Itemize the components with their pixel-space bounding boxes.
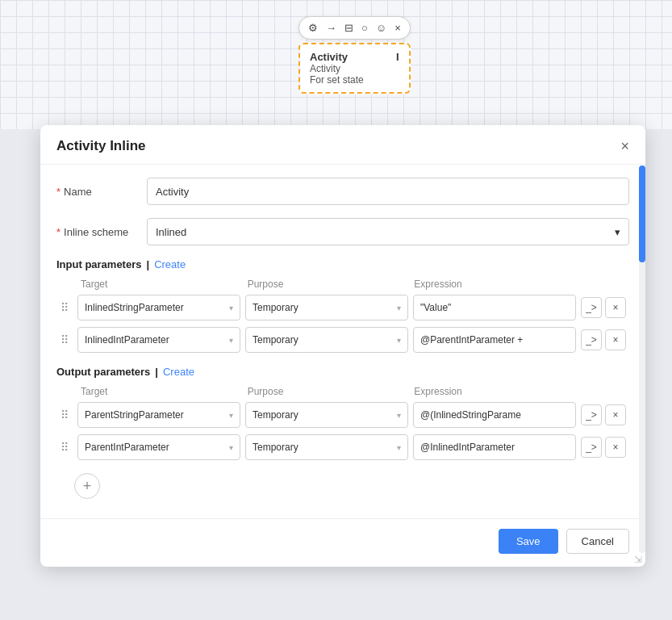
output-expr-text-2: @InlinedIntParameter [420,442,515,453]
scheme-chevron-icon: ▾ [615,226,620,238]
input-col-expression: Expression [414,279,576,290]
node-toolbar[interactable]: ⚙ → ⊟ ○ ☺ × [298,16,411,40]
scroll-track[interactable] [639,165,645,553]
input-script-btn-1[interactable]: _> [581,297,602,318]
drag-handle-output-1[interactable]: ⠿ [56,408,73,421]
output-expr-2[interactable]: @InlinedIntParameter [413,434,576,460]
input-target-text-1: InlinedStringParameter [85,302,226,313]
input-params-col-headers: Target Purpose Expression [56,279,629,290]
input-expr-1[interactable]: "Value" [413,295,576,320]
modal-close-button[interactable]: × [620,139,629,153]
drag-handle-input-1[interactable]: ⠿ [56,301,73,314]
modal-header: Activity Inline × [40,125,645,165]
output-params-header: Output parameters | Create [56,366,629,378]
input-params-table: ⠿ InlinedStringParameter ▾ Temporary ▾ "… [56,295,629,353]
output-params-create-link[interactable]: Create [163,366,194,378]
output-param-row-2: ⠿ ParentIntParameter ▾ Temporary ▾ @Inli… [56,434,629,460]
input-params-header: Input parameters | Create [56,258,629,270]
inline-scheme-label: * Inline scheme [56,226,137,238]
name-input[interactable] [147,178,629,205]
name-label: * Name [56,186,137,198]
output-target-select-2[interactable]: ParentIntParameter ▾ [77,434,240,460]
output-target-select-1[interactable]: ParentStringParameter ▾ [77,402,240,428]
output-purpose-select-2[interactable]: Temporary ▾ [245,434,408,460]
output-target-text-2: ParentIntParameter [85,442,226,453]
output-expr-1[interactable]: @(InlinedStringParame [413,402,576,428]
output-params-label: Output parameters [56,366,150,378]
output-target-chevron-1: ▾ [229,411,233,420]
input-col-purpose: Purpose [248,279,410,290]
input-purpose-text-1: Temporary [253,302,394,313]
modal-title: Activity Inline [56,138,146,154]
input-params-separator: | [146,258,149,270]
input-expr-text-1: "Value" [420,302,451,313]
toolbar-arrow-icon[interactable]: → [323,20,339,36]
toolbar-close-icon[interactable]: × [392,20,403,36]
output-purpose-text-2: Temporary [253,442,394,453]
node-subtitle: Activity [310,63,399,74]
input-purpose-select-2[interactable]: Temporary ▾ [245,327,408,353]
input-actions-2: _> × [581,329,629,350]
add-output-param-button[interactable]: + [74,473,100,499]
input-purpose-chevron-2: ▾ [397,336,401,345]
output-col-expression: Expression [414,386,576,397]
output-delete-btn-1[interactable]: × [605,404,626,425]
input-expr-text-2: @ParentIntParameter + [420,334,523,346]
toolbar-copy-icon[interactable]: ⊟ [342,20,356,36]
scroll-thumb[interactable] [639,165,645,262]
input-target-select-2[interactable]: InlinedIntParameter ▾ [77,327,240,353]
modal-footer: Save Cancel [40,518,645,567]
input-target-chevron-1: ▾ [229,304,233,312]
output-target-chevron-2: ▾ [229,443,233,452]
input-col-target: Target [81,279,243,290]
toolbar-circle-icon[interactable]: ○ [359,20,370,36]
output-col-purpose: Purpose [248,386,410,397]
input-target-text-2: InlinedIntParameter [85,334,226,346]
scheme-label-text: Inline scheme [64,226,128,238]
inline-scheme-select[interactable]: Inlined ▾ [147,218,629,245]
output-param-row-1: ⠿ ParentStringParameter ▾ Temporary ▾ @(… [56,402,629,428]
input-purpose-text-2: Temporary [253,334,394,346]
output-purpose-text-1: Temporary [253,409,394,421]
activity-inline-modal: Activity Inline × * Name * Inline scheme… [40,125,645,567]
activity-node-container: ⚙ → ⊟ ○ ☺ × Activity I Activity For set … [298,16,411,94]
output-purpose-chevron-2: ▾ [397,443,401,452]
input-delete-btn-1[interactable]: × [605,297,626,318]
toolbar-face-icon[interactable]: ☺ [374,20,389,36]
input-expr-2[interactable]: @ParentIntParameter + [413,327,576,353]
cancel-button[interactable]: Cancel [566,529,629,554]
input-script-btn-2[interactable]: _> [581,329,602,350]
output-target-text-1: ParentStringParameter [85,409,226,421]
node-description: For set state [310,74,399,86]
output-actions-1: _> × [581,404,629,425]
output-script-btn-2[interactable]: _> [581,437,602,458]
resize-handle[interactable]: ⇲ [634,554,642,565]
input-actions-1: _> × [581,297,629,318]
input-params-create-link[interactable]: Create [154,258,186,270]
input-param-row-2: ⠿ InlinedIntParameter ▾ Temporary ▾ @Par… [56,327,629,353]
input-delete-btn-2[interactable]: × [605,329,626,350]
save-button[interactable]: Save [499,529,558,554]
input-target-select-1[interactable]: InlinedStringParameter ▾ [77,295,240,320]
node-badge: I [396,51,399,63]
output-script-btn-1[interactable]: _> [581,404,602,425]
activity-node: Activity I Activity For set state [298,43,411,94]
output-delete-btn-2[interactable]: × [605,437,626,458]
output-expr-text-1: @(InlinedStringParame [420,409,521,421]
output-actions-2: _> × [581,437,629,458]
input-purpose-chevron-1: ▾ [397,304,401,312]
name-required-star: * [56,186,61,198]
toolbar-filter-icon[interactable]: ⚙ [306,20,320,36]
node-title-text: Activity [310,51,348,63]
output-purpose-select-1[interactable]: Temporary ▾ [245,402,408,428]
output-col-target: Target [81,386,243,397]
output-params-table: ⠿ ParentStringParameter ▾ Temporary ▾ @(… [56,402,629,460]
output-purpose-chevron-1: ▾ [397,411,401,420]
drag-handle-input-2[interactable]: ⠿ [56,333,73,346]
output-params-col-headers: Target Purpose Expression [56,386,629,397]
name-label-text: Name [64,186,92,198]
drag-handle-output-2[interactable]: ⠿ [56,441,73,454]
input-purpose-select-1[interactable]: Temporary ▾ [245,295,408,320]
name-field-row: * Name [56,178,629,205]
input-param-row-1: ⠿ InlinedStringParameter ▾ Temporary ▾ "… [56,295,629,320]
